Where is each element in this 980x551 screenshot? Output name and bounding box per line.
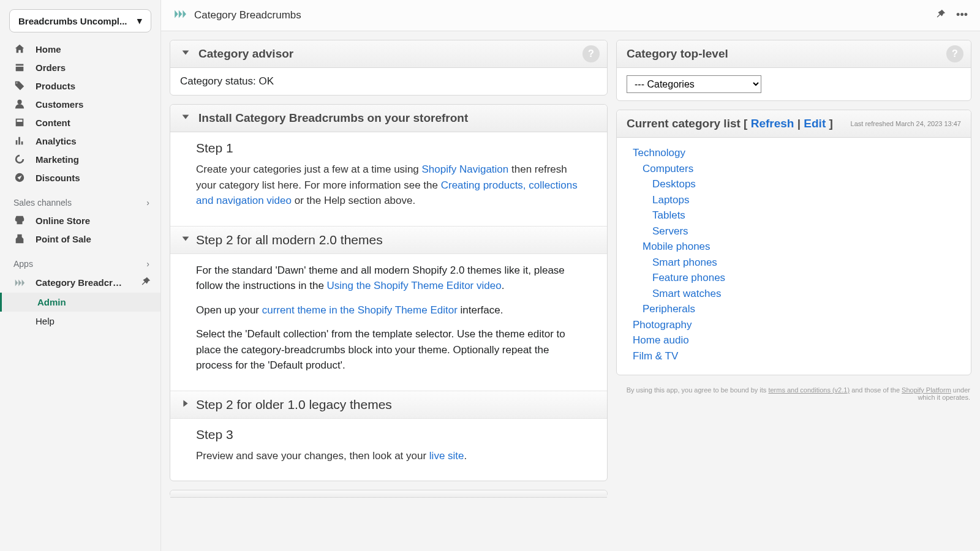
category-tree-item[interactable]: Feature phones <box>633 270 955 286</box>
install-header[interactable]: Install Category Breadcrumbs on your sto… <box>170 105 607 132</box>
category-tree-item[interactable]: Peripherals <box>633 301 955 317</box>
category-tree-item[interactable]: Home audio <box>633 332 955 348</box>
app-selector[interactable]: Breadcrumbs Uncompl... ▾ <box>9 9 151 32</box>
nav-discounts[interactable]: Discounts <box>0 168 160 187</box>
panel-next <box>170 490 608 497</box>
advisor-title: Category advisor <box>198 47 293 61</box>
chevron-down-icon <box>180 111 191 125</box>
step2a-body: For the standard 'Dawn' theme and all mo… <box>170 254 607 391</box>
primary-nav: Home Orders Products Customers Content A… <box>0 40 160 187</box>
help-icon[interactable]: ? <box>946 45 963 62</box>
next-header <box>170 490 607 498</box>
category-tree-item[interactable]: Servers <box>633 223 955 239</box>
category-tree-item[interactable]: Desktops <box>633 176 955 192</box>
category-tree-item[interactable]: Smart phones <box>633 255 955 271</box>
terms-link[interactable]: terms and conditions (v2.1) <box>768 386 850 394</box>
panel-category-list: Current category list [ Refresh | Edit ]… <box>616 110 971 375</box>
step2b-header[interactable]: Step 2 for older 1.0 legacy themes <box>170 391 607 419</box>
app-item-breadcrumbs[interactable]: Category Breadcrum... <box>0 272 160 293</box>
step2a-text: interface. <box>458 304 503 316</box>
step1-text: or the Help section above. <box>292 195 415 206</box>
step2a-text: . <box>502 280 505 291</box>
panel-top-level: Category top-level ? --- Categories <box>616 40 971 101</box>
step2a-header[interactable]: Step 2 for all modern 2.0 themes <box>170 226 607 254</box>
nav-content[interactable]: Content <box>0 113 160 132</box>
step2a-text: Select the 'Default collection' from the… <box>196 326 581 373</box>
channel-online-store[interactable]: Online Store <box>0 211 160 230</box>
nav-label: Products <box>36 81 75 91</box>
last-refreshed: Last refreshed March 24, 2023 13:47 <box>851 120 961 127</box>
category-tree-item[interactable]: Computers <box>633 161 955 177</box>
catlist-header: Current category list [ Refresh | Edit ]… <box>617 110 971 138</box>
step1-title: Step 1 <box>196 141 581 156</box>
nav-products[interactable]: Products <box>0 77 160 95</box>
nav-analytics[interactable]: Analytics <box>0 132 160 150</box>
nav-label: Discounts <box>36 173 80 183</box>
category-tree-item[interactable]: Photography <box>633 317 955 333</box>
nav-home[interactable]: Home <box>0 40 160 58</box>
toplevel-title: Category top-level <box>627 47 728 61</box>
tag-icon <box>13 80 26 91</box>
pin-icon[interactable] <box>935 9 946 23</box>
chevron-down-icon <box>180 47 191 61</box>
nav-label: Home <box>36 44 61 54</box>
chevron-right-icon[interactable]: › <box>146 198 149 208</box>
step3-text: . <box>464 450 467 462</box>
category-tree-item[interactable]: Smart watches <box>633 286 955 302</box>
subnav-help[interactable]: Help <box>36 312 160 331</box>
help-icon[interactable]: ? <box>582 45 600 62</box>
current-theme-link[interactable]: current theme in the Shopify Theme Edito… <box>262 304 458 316</box>
nav-customers[interactable]: Customers <box>0 95 160 113</box>
nav-label: Content <box>36 118 70 128</box>
catlist-title: Current category list [ Refresh | Edit ] <box>627 117 833 130</box>
panel-category-advisor: Category advisor ? Category status: OK <box>170 40 608 96</box>
theme-editor-video-link[interactable]: Using the Shopify Theme Editor video <box>327 280 502 291</box>
step2a-text: Open up your <box>196 304 262 316</box>
category-tree-item[interactable]: Mobile phones <box>633 239 955 255</box>
shopify-navigation-link[interactable]: Shopify Navigation <box>422 163 509 175</box>
step3-title: Step 3 <box>196 427 581 442</box>
platform-link[interactable]: Shopify Platform <box>902 386 951 394</box>
breadcrumb-chevrons-icon <box>13 277 26 288</box>
channel-label: Point of Sale <box>36 234 91 244</box>
category-tree-item[interactable]: Tablets <box>633 208 955 223</box>
main-area: Category Breadcrumbs ••• Category adviso… <box>161 0 980 551</box>
toplevel-header: Category top-level ? <box>617 40 971 68</box>
category-tree-item[interactable]: Film & TV <box>633 348 955 364</box>
section-label: Apps <box>13 259 33 269</box>
section-label: Sales channels <box>13 198 72 208</box>
content-icon <box>13 117 26 128</box>
app-selector-label: Breadcrumbs Uncompl... <box>18 16 127 26</box>
nav-marketing[interactable]: Marketing <box>0 150 160 168</box>
category-tree-item[interactable]: Laptops <box>633 192 955 208</box>
edit-link[interactable]: Edit <box>804 117 826 130</box>
category-select[interactable]: --- Categories <box>627 75 761 93</box>
step2b-title: Step 2 for older 1.0 legacy themes <box>196 397 392 412</box>
channel-pos[interactable]: Point of Sale <box>0 230 160 248</box>
refresh-link[interactable]: Refresh <box>751 117 794 130</box>
step3-text: Preview and save your changes, then look… <box>196 450 429 462</box>
step3-block: Step 3 Preview and save your changes, th… <box>170 419 607 481</box>
pin-icon[interactable] <box>140 276 151 289</box>
chevron-down-icon: ▾ <box>137 15 142 26</box>
subnav-admin[interactable]: Admin <box>0 293 160 312</box>
live-site-link[interactable]: live site <box>429 450 464 462</box>
step2a-title: Step 2 for all modern 2.0 themes <box>196 233 383 247</box>
page-title: Category Breadcrumbs <box>194 9 301 21</box>
sidebar: Breadcrumbs Uncompl... ▾ Home Orders Pro… <box>0 0 161 551</box>
nav-label: Marketing <box>36 154 79 165</box>
more-icon[interactable]: ••• <box>956 9 968 23</box>
advisor-header[interactable]: Category advisor ? <box>170 40 607 68</box>
marketing-icon <box>13 154 26 165</box>
install-title: Install Category Breadcrumbs on your sto… <box>198 111 468 125</box>
analytics-icon <box>13 135 26 146</box>
store-icon <box>13 215 26 226</box>
nav-orders[interactable]: Orders <box>0 58 160 77</box>
step1-text: Create your categories just a few at a t… <box>196 163 422 175</box>
chevron-right-icon[interactable]: › <box>146 259 149 269</box>
chevron-down-icon <box>180 233 191 247</box>
nav-label: Analytics <box>36 136 77 146</box>
nav-label: Orders <box>36 62 66 73</box>
category-tree-item[interactable]: Technology <box>633 145 955 161</box>
advisor-status: Category status: OK <box>180 75 274 87</box>
